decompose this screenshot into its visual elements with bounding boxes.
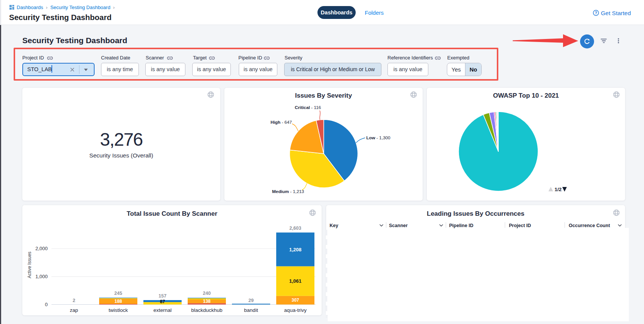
svg-text:1/2: 1/2 [555, 187, 562, 192]
svg-text:?: ? [595, 11, 597, 15]
